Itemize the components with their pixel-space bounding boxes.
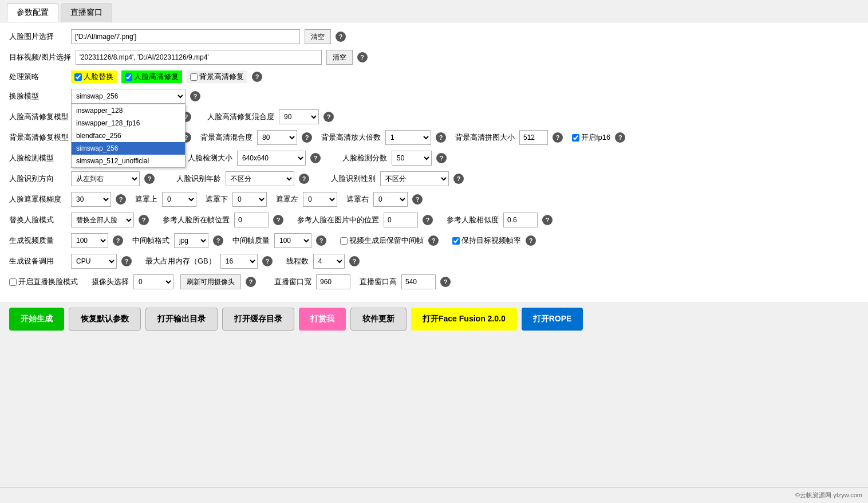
keep-fps-check[interactable] bbox=[452, 237, 460, 245]
mask-right-select[interactable]: 0 bbox=[373, 192, 408, 207]
replace-mode-select[interactable]: 替换全部人脸 bbox=[71, 213, 134, 227]
swap-model-option-simswap512[interactable]: simswap_512_unofficial bbox=[72, 155, 185, 167]
device-help[interactable]: ? bbox=[121, 256, 132, 266]
face-detect-score-select[interactable]: 50 bbox=[392, 151, 432, 166]
face-direction-select[interactable]: 从左到右 bbox=[71, 171, 140, 186]
face-age-select[interactable]: 不区分 bbox=[226, 171, 294, 186]
ref-frame-help[interactable]: ? bbox=[273, 215, 283, 225]
swap-model-help-icon[interactable]: ? bbox=[190, 91, 200, 101]
face-detect-size-help[interactable]: ? bbox=[310, 153, 321, 163]
fp16-checkbox-label[interactable]: 开启fp16 bbox=[572, 132, 610, 143]
reward-btn[interactable]: 打赏我 bbox=[299, 308, 346, 331]
swap-model-option-simswap256[interactable]: simswap_256 bbox=[72, 142, 185, 155]
bg-tile-help-icon[interactable]: ? bbox=[553, 132, 563, 143]
keep-frames-label[interactable]: 视频生成后保留中间帧 bbox=[340, 235, 424, 246]
video-quality-help[interactable]: ? bbox=[113, 235, 123, 246]
strategy-swap-checkbox[interactable]: 人脸替换 bbox=[71, 70, 117, 83]
mem-help[interactable]: ? bbox=[262, 256, 273, 266]
frame-format-select[interactable]: jpg bbox=[174, 233, 208, 248]
live-width-input[interactable] bbox=[316, 274, 350, 289]
blend-help-icon[interactable]: ? bbox=[323, 112, 334, 122]
mask-right-help[interactable]: ? bbox=[412, 194, 423, 205]
strategy-bg-checkbox[interactable]: 背景高清修复 bbox=[187, 70, 247, 83]
ref-frame-input[interactable] bbox=[234, 213, 269, 227]
live-height-help[interactable]: ? bbox=[440, 277, 451, 287]
face-image-input[interactable] bbox=[71, 29, 300, 44]
target-media-input[interactable] bbox=[76, 50, 322, 65]
refresh-camera-btn[interactable]: 刷新可用摄像头 bbox=[180, 274, 241, 289]
face-detect-score-help[interactable]: ? bbox=[436, 153, 447, 163]
face-direction-help[interactable]: ? bbox=[144, 174, 155, 184]
strategy-help-icon[interactable]: ? bbox=[252, 72, 262, 82]
strategy-enhance-check[interactable] bbox=[125, 73, 132, 81]
bg-mix-select[interactable]: 80 bbox=[257, 130, 297, 145]
frame-quality-help[interactable]: ? bbox=[316, 235, 326, 246]
ref-pos-input[interactable] bbox=[384, 213, 418, 227]
live-enable-label[interactable]: 开启直播换脸模式 bbox=[9, 277, 78, 287]
frame-format-help[interactable]: ? bbox=[213, 235, 223, 246]
keep-fps-label[interactable]: 保持目标视频帧率 bbox=[452, 235, 521, 246]
mask-bottom-select[interactable]: 0 bbox=[232, 192, 267, 207]
mask-top-select[interactable]: 0 bbox=[162, 192, 196, 207]
keep-frames-check[interactable] bbox=[340, 237, 348, 245]
face-gender-help[interactable]: ? bbox=[453, 174, 464, 184]
camera-select[interactable]: 0 bbox=[133, 274, 173, 289]
restore-btn[interactable]: 恢复默认参数 bbox=[69, 308, 141, 331]
device-select[interactable]: CPU bbox=[71, 254, 117, 269]
bg-scale-select[interactable]: 1 bbox=[385, 130, 431, 145]
strategy-swap-check[interactable] bbox=[74, 73, 82, 81]
keep-fps-help[interactable]: ? bbox=[526, 235, 536, 246]
live-enable-check[interactable] bbox=[9, 278, 17, 286]
blend-select[interactable]: 90 bbox=[279, 109, 319, 124]
video-quality-select[interactable]: 100 bbox=[71, 233, 108, 248]
bg-scale-label: 背景高清放大倍数 bbox=[321, 132, 381, 143]
target-media-clear-btn[interactable]: 清空 bbox=[326, 50, 353, 65]
face-image-help-icon[interactable]: ? bbox=[336, 32, 346, 42]
open-output-btn[interactable]: 打开输出目录 bbox=[145, 308, 218, 331]
mask-left-select[interactable]: 0 bbox=[303, 192, 337, 207]
face-age-help[interactable]: ? bbox=[299, 174, 309, 184]
similarity-label: 参考人脸相似度 bbox=[447, 215, 499, 225]
swap-model-option-inswapper128fp16[interactable]: inswapper_128_fp16 bbox=[72, 117, 185, 129]
keep-frames-text: 视频生成后保留中间帧 bbox=[349, 235, 424, 246]
face-gender-select[interactable]: 不区分 bbox=[380, 171, 449, 186]
fp16-help-icon[interactable]: ? bbox=[615, 132, 625, 143]
swap-model-option-blendface256[interactable]: blendface_256 bbox=[72, 129, 185, 142]
live-height-label: 直播窗口高 bbox=[360, 277, 397, 287]
bg-tile-input[interactable] bbox=[519, 130, 548, 145]
face-detect-model-label: 人脸检测模型 bbox=[9, 153, 66, 163]
face-blur-select[interactable]: 30 bbox=[71, 192, 111, 207]
face-image-clear-btn[interactable]: 清空 bbox=[305, 29, 331, 44]
similarity-input[interactable] bbox=[503, 213, 538, 227]
strategy-bg-check[interactable] bbox=[190, 73, 198, 81]
open-rope-btn[interactable]: 打开ROPE bbox=[522, 308, 583, 331]
face-detect-size-select[interactable]: 640x640 bbox=[237, 151, 306, 166]
tab-live-window[interactable]: 直播窗口 bbox=[61, 3, 112, 22]
tab-params[interactable]: 参数配置 bbox=[7, 3, 58, 22]
bg-scale-help-icon[interactable]: ? bbox=[436, 132, 446, 143]
update-btn[interactable]: 软件更新 bbox=[350, 308, 407, 331]
swap-model-option-inswapper128[interactable]: inswapper_128 bbox=[72, 104, 185, 117]
strategy-enhance-checkbox[interactable]: 人脸高清修复 bbox=[121, 70, 182, 83]
target-media-help-icon[interactable]: ? bbox=[357, 52, 368, 62]
open-ff-btn[interactable]: 打开Face Fusion 2.0.0 bbox=[411, 308, 517, 331]
refresh-camera-help[interactable]: ? bbox=[246, 277, 256, 287]
threads-select[interactable]: 4 bbox=[313, 254, 345, 269]
keep-frames-help[interactable]: ? bbox=[428, 235, 439, 246]
face-blur-help[interactable]: ? bbox=[116, 194, 126, 205]
mem-select[interactable]: 16 bbox=[220, 254, 258, 269]
frame-quality-select[interactable]: 100 bbox=[274, 233, 311, 248]
similarity-help[interactable]: ? bbox=[542, 215, 553, 225]
swap-model-dropdown[interactable]: simswap_256 inswapper_128 inswapper_128_… bbox=[71, 89, 186, 104]
start-btn[interactable]: 开始生成 bbox=[9, 308, 64, 331]
bg-mix-help-icon[interactable]: ? bbox=[302, 132, 312, 143]
open-cache-btn[interactable]: 打开缓存目录 bbox=[222, 308, 294, 331]
threads-help[interactable]: ? bbox=[349, 256, 360, 266]
swap-model-select[interactable]: simswap_256 bbox=[71, 89, 186, 104]
strategy-enhance-label: 人脸高清修复 bbox=[134, 72, 179, 82]
replace-mode-help[interactable]: ? bbox=[139, 215, 149, 225]
face-detect-score-label: 人脸检测分数 bbox=[342, 153, 387, 163]
live-height-input[interactable] bbox=[401, 274, 436, 289]
fp16-check[interactable] bbox=[572, 134, 579, 142]
ref-pos-help[interactable]: ? bbox=[423, 215, 433, 225]
